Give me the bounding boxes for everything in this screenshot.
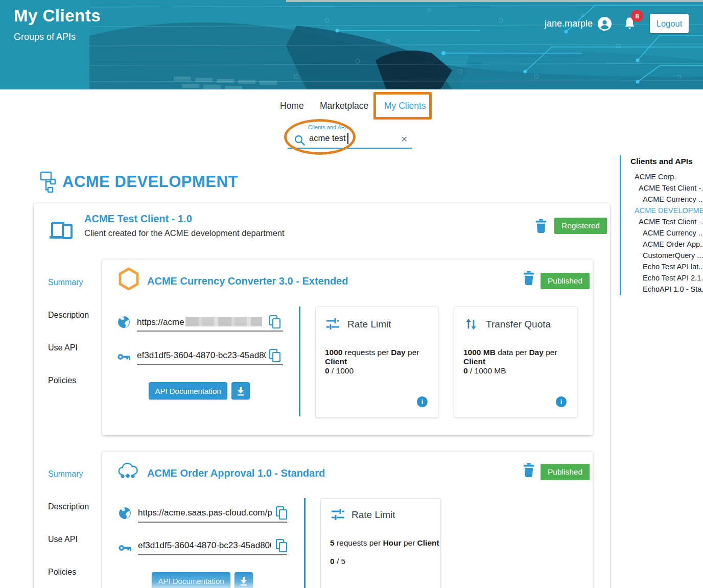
tree-item-customerquery[interactable]: CustomerQuery ... (621, 250, 703, 261)
page-header: My Clients Groups of APIs jane.marple 8 … (0, 0, 703, 89)
side-nav-summary-2[interactable]: Summary (48, 469, 83, 479)
rate-limit-usage: 0 / 5 (330, 557, 345, 566)
rate-limit-title: Rate Limit (352, 509, 395, 521)
info-icon[interactable]: i (556, 396, 567, 407)
copy-url-icon[interactable] (275, 506, 289, 521)
tree-item-acme-currency-2[interactable]: ACME Currency ... (621, 227, 703, 239)
search-label: Clients and APIs (308, 124, 349, 130)
client-card: ACME Test Client - 1.0 Client created fo… (34, 203, 610, 588)
transfer-quota-detail: 1000 MB data per Day per Client (463, 348, 577, 366)
tree-item-acme-test-client[interactable]: ACME Test Client -... (621, 182, 703, 194)
hexagon-icon (116, 267, 141, 291)
download-icon (239, 576, 249, 586)
rate-limit-card: Rate Limit 5 requests per Hour per Clien… (320, 498, 441, 588)
download-button[interactable] (231, 382, 250, 399)
rate-limit-detail: 1000 requests per Day per Client (325, 348, 438, 366)
search-field[interactable]: Clients and APIs acme test ✕ (288, 124, 412, 149)
tree-item-echo-test-api-latest[interactable]: Echo Test API lat... (621, 261, 703, 272)
tab-home[interactable]: Home (280, 101, 304, 111)
tree-item-echo-test-api-21[interactable]: Echo Test API 2.1... (621, 272, 703, 284)
section-divider (299, 307, 300, 416)
section-divider (304, 498, 306, 588)
side-nav-description[interactable]: Description (48, 311, 89, 320)
text-cursor (347, 133, 348, 144)
tree-item-echoapi-10[interactable]: EchoAPI 1.0 - Sta... (621, 284, 703, 295)
page-subtitle: Groups of APIs (14, 32, 101, 42)
tab-marketplace[interactable]: Marketplace (320, 101, 368, 111)
transfer-quota-title: Transfer Quota (486, 319, 551, 330)
client-title: ACME Test Client - 1.0 (84, 213, 192, 225)
download-button[interactable] (235, 572, 253, 588)
key-underline (138, 554, 287, 555)
search-icon[interactable] (294, 134, 306, 146)
tree-item-acme-corp[interactable]: ACME Corp. (621, 171, 703, 182)
copy-key-icon[interactable] (275, 538, 289, 553)
info-icon[interactable]: i (417, 396, 428, 407)
delete-api-icon[interactable] (522, 463, 535, 477)
api-title: ACME Currency Converter 3.0 - Extended (147, 275, 348, 287)
clients-apis-tree: Clients and APIs ACME Corp. ACME Test Cl… (620, 155, 703, 295)
delete-api-icon[interactable] (522, 271, 535, 285)
api-key-value[interactable]: ef3d1df5-3604-4870-bc23-45ad800 (138, 540, 271, 551)
copy-key-icon[interactable] (268, 348, 282, 363)
side-nav-use-api-2[interactable]: Use API (48, 535, 78, 544)
username: jane.marple (545, 18, 593, 29)
redacted-url-segment (185, 317, 262, 326)
side-nav-use-api[interactable]: Use API (48, 343, 78, 352)
transfer-quota-usage: 0 / 1000 MB (463, 366, 506, 375)
delete-client-icon[interactable] (534, 219, 548, 233)
tree-item-acme-test-client-2[interactable]: ACME Test Client -... (621, 216, 703, 227)
url-underline (138, 522, 287, 523)
download-icon (236, 386, 246, 396)
devices-icon (49, 218, 76, 242)
transfer-quota-icon (464, 317, 478, 331)
notifications-button[interactable]: 8 (623, 16, 637, 31)
clear-search-icon[interactable]: ✕ (401, 134, 408, 144)
key-icon (119, 542, 131, 554)
globe-icon (118, 316, 130, 328)
cloud-icon (116, 461, 139, 481)
api-documentation-button[interactable]: API Documentation (149, 382, 227, 399)
client-description: Client created for the ACME development … (84, 228, 285, 238)
rate-limit-icon (326, 317, 340, 331)
api-endpoint-url[interactable]: https://acme (137, 317, 268, 327)
tree-title: Clients and APIs (621, 157, 703, 166)
key-icon (118, 350, 130, 363)
page-title: My Clients (14, 6, 101, 26)
tree-item-acme-order-approval[interactable]: ACME Order App... (621, 239, 703, 250)
side-nav-policies[interactable]: Policies (48, 376, 76, 385)
status-badge-registered: Registered (554, 218, 607, 234)
tree-item-acme-development[interactable]: ACME DEVELOPME... (621, 205, 703, 216)
url-underline (137, 331, 283, 332)
api-card-order-approval: ACME Order Approval 1.0 - Standard Publi… (102, 452, 593, 588)
api-card-currency-converter: ACME Currency Converter 3.0 - Extended P… (102, 260, 593, 435)
api-key-value[interactable]: ef3d1df5-3604-4870-bc23-45ad80 (137, 350, 266, 361)
copy-url-icon[interactable] (268, 315, 282, 330)
search-input[interactable]: acme test (309, 133, 346, 143)
account-icon[interactable] (598, 17, 612, 31)
org-chart-icon (40, 171, 56, 193)
rate-limit-card: Rate Limit 1000 requests per Day per Cli… (315, 307, 438, 418)
group-heading: ACME DEVELOPMENT (40, 171, 238, 193)
api-title: ACME Order Approval 1.0 - Standard (147, 467, 325, 479)
group-title: ACME DEVELOPMENT (62, 173, 238, 191)
side-nav-policies-2[interactable]: Policies (48, 568, 76, 577)
tree-item-acme-currency[interactable]: ACME Currency ... (621, 194, 703, 205)
tab-my-clients[interactable]: My Clients (384, 101, 426, 111)
side-nav-summary[interactable]: Summary (48, 278, 83, 287)
notification-badge: 8 (631, 10, 643, 22)
rate-limit-detail: 5 requests per Hour per Client (330, 538, 439, 548)
status-badge-published: Published (541, 464, 590, 480)
transfer-quota-card: Transfer Quota 1000 MB data per Day per … (454, 307, 577, 418)
key-underline (137, 364, 283, 365)
side-nav-description-2[interactable]: Description (48, 502, 89, 511)
rate-limit-title: Rate Limit (347, 319, 391, 330)
logout-button[interactable]: Logout (650, 14, 689, 33)
api-documentation-button[interactable]: API Documentation (152, 572, 230, 588)
api-endpoint-url[interactable]: https://acme.saas.pas-cloud.com/p (138, 508, 272, 518)
rate-limit-usage: 0 / 1000 (325, 366, 354, 375)
rate-limit-icon (331, 508, 345, 522)
globe-icon (119, 507, 131, 520)
status-badge-published: Published (541, 273, 590, 289)
